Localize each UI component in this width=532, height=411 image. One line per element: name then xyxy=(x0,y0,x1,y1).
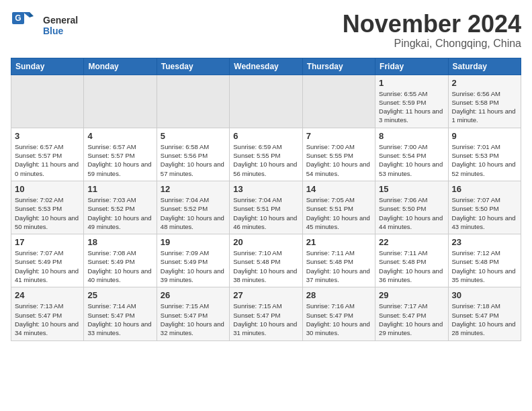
day-number: 16 xyxy=(452,184,517,194)
day-cell: 30Sunrise: 7:18 AM Sunset: 5:47 PM Dayli… xyxy=(448,287,521,340)
day-number: 19 xyxy=(161,237,226,247)
day-number: 14 xyxy=(306,184,371,194)
day-number: 12 xyxy=(161,184,226,194)
day-cell: 20Sunrise: 7:10 AM Sunset: 5:48 PM Dayli… xyxy=(230,234,302,287)
day-number: 10 xyxy=(15,184,80,194)
header-wednesday: Wednesday xyxy=(230,58,302,75)
day-number: 8 xyxy=(379,131,444,141)
day-cell: 10Sunrise: 7:02 AM Sunset: 5:53 PM Dayli… xyxy=(11,181,84,234)
day-number: 26 xyxy=(161,290,226,300)
day-info: Sunrise: 7:16 AM Sunset: 5:47 PM Dayligh… xyxy=(306,302,371,337)
day-info: Sunrise: 6:57 AM Sunset: 5:57 PM Dayligh… xyxy=(15,142,80,178)
day-cell: 8Sunrise: 7:00 AM Sunset: 5:54 PM Daylig… xyxy=(375,128,448,181)
day-cell: 1Sunrise: 6:55 AM Sunset: 5:59 PM Daylig… xyxy=(375,75,448,128)
day-number: 13 xyxy=(233,184,298,194)
logo-text-block: General Blue xyxy=(43,15,78,36)
title-area: November 2024 Pingkai, Chongqing, China xyxy=(343,11,521,50)
day-number: 25 xyxy=(87,290,152,300)
svg-text:G: G xyxy=(15,13,21,23)
day-info: Sunrise: 6:59 AM Sunset: 5:55 PM Dayligh… xyxy=(233,142,298,178)
day-info: Sunrise: 7:01 AM Sunset: 5:53 PM Dayligh… xyxy=(452,142,517,178)
day-info: Sunrise: 7:10 AM Sunset: 5:48 PM Dayligh… xyxy=(233,248,298,284)
day-number: 5 xyxy=(161,131,226,141)
day-number: 18 xyxy=(87,237,152,247)
day-number: 6 xyxy=(233,131,298,141)
day-cell: 4Sunrise: 6:57 AM Sunset: 5:57 PM Daylig… xyxy=(84,128,157,181)
header-friday: Friday xyxy=(375,58,448,75)
month-title: November 2024 xyxy=(343,11,521,38)
day-info: Sunrise: 7:14 AM Sunset: 5:47 PM Dayligh… xyxy=(87,302,152,337)
day-cell: 14Sunrise: 7:05 AM Sunset: 5:51 PM Dayli… xyxy=(302,181,375,234)
day-info: Sunrise: 7:00 AM Sunset: 5:54 PM Dayligh… xyxy=(379,142,444,178)
day-number: 28 xyxy=(306,290,371,300)
day-cell: 27Sunrise: 7:15 AM Sunset: 5:47 PM Dayli… xyxy=(230,287,302,340)
day-info: Sunrise: 6:58 AM Sunset: 5:56 PM Dayligh… xyxy=(161,142,226,178)
day-info: Sunrise: 7:15 AM Sunset: 5:47 PM Dayligh… xyxy=(161,302,226,337)
day-info: Sunrise: 7:04 AM Sunset: 5:52 PM Dayligh… xyxy=(161,195,226,231)
day-info: Sunrise: 7:11 AM Sunset: 5:48 PM Dayligh… xyxy=(379,248,444,284)
day-cell: 29Sunrise: 7:17 AM Sunset: 5:47 PM Dayli… xyxy=(375,287,448,340)
day-info: Sunrise: 7:17 AM Sunset: 5:47 PM Dayligh… xyxy=(379,302,444,337)
day-cell: 26Sunrise: 7:15 AM Sunset: 5:47 PM Dayli… xyxy=(157,287,229,340)
day-number: 2 xyxy=(452,78,517,88)
day-cell: 19Sunrise: 7:09 AM Sunset: 5:49 PM Dayli… xyxy=(157,234,229,287)
day-number: 7 xyxy=(306,131,371,141)
day-cell: 13Sunrise: 7:04 AM Sunset: 5:51 PM Dayli… xyxy=(230,181,302,234)
day-cell: 3Sunrise: 6:57 AM Sunset: 5:57 PM Daylig… xyxy=(11,128,84,181)
day-cell: 12Sunrise: 7:04 AM Sunset: 5:52 PM Dayli… xyxy=(157,181,229,234)
week-row-1: 1Sunrise: 6:55 AM Sunset: 5:59 PM Daylig… xyxy=(11,75,521,128)
day-number: 1 xyxy=(379,78,444,88)
day-cell: 7Sunrise: 7:00 AM Sunset: 5:55 PM Daylig… xyxy=(302,128,375,181)
day-info: Sunrise: 7:05 AM Sunset: 5:51 PM Dayligh… xyxy=(306,195,371,231)
day-number: 20 xyxy=(233,237,298,247)
week-row-4: 17Sunrise: 7:07 AM Sunset: 5:49 PM Dayli… xyxy=(11,234,521,287)
day-info: Sunrise: 6:57 AM Sunset: 5:57 PM Dayligh… xyxy=(87,142,152,178)
day-info: Sunrise: 7:08 AM Sunset: 5:49 PM Dayligh… xyxy=(87,248,152,284)
day-info: Sunrise: 7:00 AM Sunset: 5:55 PM Dayligh… xyxy=(306,142,371,178)
header-sunday: Sunday xyxy=(11,58,84,75)
day-info: Sunrise: 7:12 AM Sunset: 5:48 PM Dayligh… xyxy=(452,248,517,284)
calendar: Sunday Monday Tuesday Wednesday Thursday… xyxy=(11,58,521,341)
header-tuesday: Tuesday xyxy=(157,58,229,75)
day-cell: 11Sunrise: 7:03 AM Sunset: 5:52 PM Dayli… xyxy=(84,181,157,234)
day-cell: 15Sunrise: 7:06 AM Sunset: 5:50 PM Dayli… xyxy=(375,181,448,234)
weekday-header-row: Sunday Monday Tuesday Wednesday Thursday… xyxy=(11,58,521,75)
week-row-5: 24Sunrise: 7:13 AM Sunset: 5:47 PM Dayli… xyxy=(11,287,521,340)
day-cell: 21Sunrise: 7:11 AM Sunset: 5:48 PM Dayli… xyxy=(302,234,375,287)
day-number: 29 xyxy=(379,290,444,300)
day-number: 24 xyxy=(15,290,80,300)
day-info: Sunrise: 7:13 AM Sunset: 5:47 PM Dayligh… xyxy=(15,302,80,337)
day-cell: 24Sunrise: 7:13 AM Sunset: 5:47 PM Dayli… xyxy=(11,287,84,340)
day-info: Sunrise: 7:11 AM Sunset: 5:48 PM Dayligh… xyxy=(306,248,371,284)
day-number: 23 xyxy=(452,237,517,247)
day-cell: 28Sunrise: 7:16 AM Sunset: 5:47 PM Dayli… xyxy=(302,287,375,340)
day-info: Sunrise: 7:07 AM Sunset: 5:50 PM Dayligh… xyxy=(452,195,517,231)
day-cell xyxy=(11,75,84,128)
day-info: Sunrise: 7:09 AM Sunset: 5:49 PM Dayligh… xyxy=(161,248,226,284)
day-info: Sunrise: 7:04 AM Sunset: 5:51 PM Dayligh… xyxy=(233,195,298,231)
day-info: Sunrise: 7:06 AM Sunset: 5:50 PM Dayligh… xyxy=(379,195,444,231)
day-number: 4 xyxy=(87,131,152,141)
week-row-2: 3Sunrise: 6:57 AM Sunset: 5:57 PM Daylig… xyxy=(11,128,521,181)
day-info: Sunrise: 7:02 AM Sunset: 5:53 PM Dayligh… xyxy=(15,195,80,231)
day-cell: 25Sunrise: 7:14 AM Sunset: 5:47 PM Dayli… xyxy=(84,287,157,340)
svg-marker-3 xyxy=(30,12,34,17)
day-number: 17 xyxy=(15,237,80,247)
header-thursday: Thursday xyxy=(302,58,375,75)
day-number: 21 xyxy=(306,237,371,247)
day-cell: 6Sunrise: 6:59 AM Sunset: 5:55 PM Daylig… xyxy=(230,128,302,181)
day-cell xyxy=(230,75,302,128)
day-info: Sunrise: 7:18 AM Sunset: 5:47 PM Dayligh… xyxy=(452,302,517,337)
day-cell: 16Sunrise: 7:07 AM Sunset: 5:50 PM Dayli… xyxy=(448,181,521,234)
day-cell: 9Sunrise: 7:01 AM Sunset: 5:53 PM Daylig… xyxy=(448,128,521,181)
day-cell xyxy=(84,75,157,128)
day-info: Sunrise: 6:56 AM Sunset: 5:58 PM Dayligh… xyxy=(452,89,517,125)
header-monday: Monday xyxy=(84,58,157,75)
day-cell: 23Sunrise: 7:12 AM Sunset: 5:48 PM Dayli… xyxy=(448,234,521,287)
logo-blue: Blue xyxy=(43,26,78,36)
day-number: 22 xyxy=(379,237,444,247)
day-info: Sunrise: 7:07 AM Sunset: 5:49 PM Dayligh… xyxy=(15,248,80,284)
header: G General Blue November 2024 Pingkai, Ch… xyxy=(11,11,521,50)
day-info: Sunrise: 7:15 AM Sunset: 5:47 PM Dayligh… xyxy=(233,302,298,337)
header-saturday: Saturday xyxy=(448,58,521,75)
